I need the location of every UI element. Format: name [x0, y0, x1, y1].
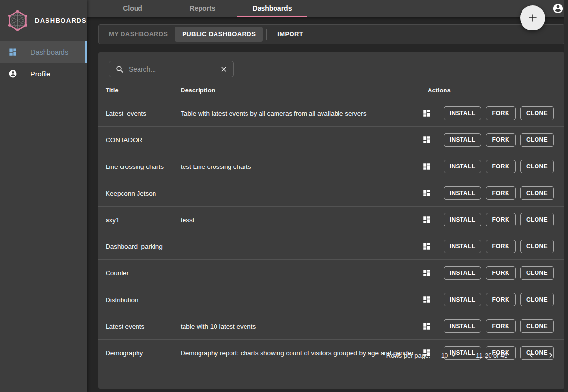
install-button[interactable]: INSTALL — [444, 240, 482, 253]
search-box — [109, 61, 234, 77]
page-scrollbar[interactable] — [564, 0, 568, 392]
clone-button[interactable]: CLONE — [520, 293, 554, 306]
dashboard-grid-icon — [422, 295, 431, 304]
row-actions: INSTALL FORK CLONE — [422, 133, 565, 147]
table-row: Distribution INSTALL FORK CLONE — [98, 286, 565, 313]
column-header-title: Title — [98, 87, 181, 94]
fork-button[interactable]: FORK — [486, 133, 516, 147]
table-row: Keepconn Jetson INSTALL FORK CLONE — [98, 180, 565, 207]
top-tab-bar: Cloud Reports Dashboards — [87, 0, 568, 17]
row-actions: INSTALL FORK CLONE — [422, 160, 565, 173]
table-body: Latest_events Table with latest events b… — [98, 100, 565, 366]
user-account-icon[interactable] — [553, 3, 564, 14]
tab-my-dashboards[interactable]: MY DASHBOARDS — [102, 27, 175, 42]
sidebar-item-label: Profile — [31, 70, 50, 78]
install-button[interactable]: INSTALL — [444, 293, 482, 306]
caret-down-icon — [449, 351, 458, 360]
dashboards-table: Title Description Actions Latest_events … — [98, 80, 565, 366]
app-logo-hexagon-icon — [6, 9, 30, 32]
row-actions: INSTALL FORK CLONE — [422, 240, 565, 253]
row-description: tesst — [181, 216, 422, 224]
table-row: axy1 tesst INSTALL FORK CLONE — [98, 207, 565, 233]
row-title: Line crossing charts — [98, 163, 181, 170]
column-header-actions: Actions — [428, 87, 565, 94]
fork-button[interactable]: FORK — [486, 240, 516, 253]
public-dashboards-card: Title Description Actions Latest_events … — [98, 52, 565, 389]
sidebar: DASHBOARDS Dashboards Profile — [0, 0, 87, 392]
fork-button[interactable]: FORK — [486, 213, 516, 226]
table-row: CONTADOR INSTALL FORK CLONE — [98, 127, 565, 153]
row-title: Keepconn Jetson — [98, 190, 181, 197]
row-actions: INSTALL FORK CLONE — [422, 213, 565, 226]
plus-icon — [526, 12, 539, 24]
dashboard-grid-icon — [422, 215, 431, 224]
app-title: DASHBOARDS — [35, 17, 87, 24]
install-button[interactable]: INSTALL — [444, 160, 482, 173]
fork-button[interactable]: FORK — [486, 319, 516, 333]
row-title: Latest events — [98, 323, 181, 330]
sidebar-item-profile[interactable]: Profile — [0, 63, 87, 85]
row-title: Dashboard_parking — [98, 243, 181, 250]
toolbar-divider — [266, 29, 267, 40]
tab-dashboards[interactable]: Dashboards — [237, 0, 307, 17]
rows-per-page-value: 10 — [441, 352, 448, 359]
dashboard-grid-icon — [422, 322, 431, 331]
dashboard-grid-icon — [422, 269, 431, 277]
dashboard-grid-icon — [422, 242, 431, 251]
clone-button[interactable]: CLONE — [520, 266, 554, 280]
rows-per-page-label: Rows per page: — [386, 352, 430, 359]
clone-button[interactable]: CLONE — [520, 240, 554, 253]
row-actions: INSTALL FORK CLONE — [422, 319, 565, 333]
dashboard-grid-icon — [422, 162, 431, 171]
row-actions: INSTALL FORK CLONE — [422, 186, 565, 200]
table-row: Latest events table with 10 latest event… — [98, 313, 565, 340]
account-circle-icon — [8, 69, 17, 78]
row-title: Latest_events — [98, 110, 181, 117]
clone-button[interactable]: CLONE — [520, 133, 554, 147]
row-description: test Line crossing charts — [181, 163, 422, 170]
tab-reports[interactable]: Reports — [168, 0, 237, 17]
clone-button[interactable]: CLONE — [520, 213, 554, 226]
row-description: table with 10 latest events — [181, 323, 422, 330]
search-icon — [115, 65, 124, 74]
dashboard-grid-icon — [422, 136, 431, 144]
install-button[interactable]: INSTALL — [444, 186, 482, 200]
dashboard-grid-icon — [422, 109, 431, 118]
install-button[interactable]: INSTALL — [444, 319, 482, 333]
install-button[interactable]: INSTALL — [444, 133, 482, 147]
table-header-row: Title Description Actions — [98, 80, 565, 100]
clear-search-icon[interactable] — [220, 65, 228, 73]
clone-button[interactable]: CLONE — [520, 106, 554, 120]
pagination-range: 11-20 of 45 — [476, 352, 507, 359]
tab-import[interactable]: IMPORT — [270, 27, 310, 42]
table-row: Latest_events Table with latest events b… — [98, 100, 565, 127]
install-button[interactable]: INSTALL — [444, 213, 482, 226]
tab-cloud[interactable]: Cloud — [98, 0, 168, 17]
fork-button[interactable]: FORK — [486, 266, 516, 280]
brand: DASHBOARDS — [0, 0, 87, 41]
previous-page-button[interactable] — [525, 349, 537, 362]
row-actions: INSTALL FORK CLONE — [422, 106, 565, 120]
dashboard-grid-icon — [422, 189, 431, 197]
fork-button[interactable]: FORK — [486, 160, 516, 173]
install-button[interactable]: INSTALL — [444, 106, 482, 120]
clone-button[interactable]: CLONE — [520, 319, 554, 333]
install-button[interactable]: INSTALL — [444, 266, 482, 280]
search-input[interactable] — [129, 65, 215, 73]
tab-public-dashboards[interactable]: PUBLIC DASHBOARDS — [175, 27, 263, 42]
clone-button[interactable]: CLONE — [520, 186, 554, 200]
row-description: Table with latest events by all cameras … — [181, 110, 422, 117]
row-title: Counter — [98, 270, 181, 277]
add-dashboard-fab-button[interactable] — [520, 5, 545, 30]
fork-button[interactable]: FORK — [486, 106, 516, 120]
sidebar-item-dashboards[interactable]: Dashboards — [0, 41, 87, 63]
table-row: Counter INSTALL FORK CLONE — [98, 260, 565, 286]
clone-button[interactable]: CLONE — [520, 160, 554, 173]
fork-button[interactable]: FORK — [486, 293, 516, 306]
column-header-description: Description — [181, 87, 428, 94]
rows-per-page-select[interactable]: 10 — [441, 351, 458, 360]
pagination-bar: Rows per page: 10 11-20 of 45 — [98, 344, 565, 366]
fork-button[interactable]: FORK — [486, 186, 516, 200]
table-row: Dashboard_parking INSTALL FORK CLONE — [98, 233, 565, 260]
next-page-button[interactable] — [544, 349, 557, 362]
